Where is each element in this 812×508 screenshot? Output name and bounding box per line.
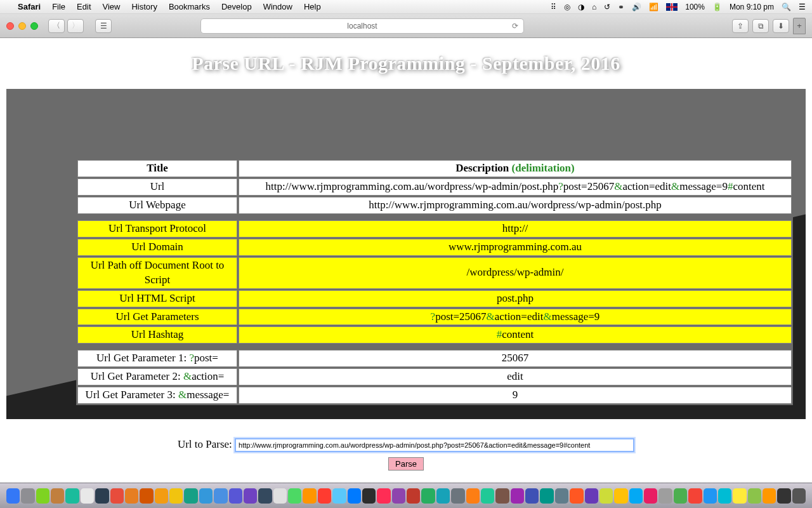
dock-app-icon[interactable] bbox=[674, 488, 687, 504]
dock-app-icon[interactable] bbox=[65, 488, 79, 504]
bluetooth-icon[interactable]: ⚭ bbox=[618, 3, 624, 11]
dock-app-icon[interactable] bbox=[777, 488, 790, 504]
dock-app-icon[interactable] bbox=[51, 488, 64, 504]
window-minimize-button[interactable] bbox=[18, 22, 26, 30]
dock-app-icon[interactable] bbox=[718, 488, 731, 504]
dock-app-icon[interactable] bbox=[481, 488, 494, 504]
dock-app-icon[interactable] bbox=[303, 488, 316, 504]
dock-app-icon[interactable] bbox=[629, 488, 643, 504]
form-label: Url to Parse: bbox=[178, 438, 235, 450]
notification-icon[interactable]: ☰ bbox=[799, 3, 806, 11]
row-value: http://www.rjmprogramming.com.au/wordpre… bbox=[239, 178, 792, 196]
dock-app-icon[interactable] bbox=[6, 488, 20, 504]
dock-app-icon[interactable] bbox=[555, 488, 568, 504]
dock-app-icon[interactable] bbox=[495, 488, 509, 504]
parse-button[interactable] bbox=[388, 457, 424, 471]
dock-app-icon[interactable] bbox=[288, 488, 301, 504]
menu-edit[interactable]: Edit bbox=[77, 2, 91, 11]
dock-app-icon[interactable] bbox=[585, 488, 598, 504]
dock-app-icon[interactable] bbox=[407, 488, 420, 504]
timemachine-icon[interactable]: ↺ bbox=[604, 3, 610, 11]
menu-window[interactable]: Window bbox=[263, 2, 292, 11]
status-icon[interactable]: ◑ bbox=[578, 3, 584, 11]
dock-app-icon[interactable] bbox=[318, 488, 331, 504]
spotlight-icon[interactable]: 🔍 bbox=[782, 3, 791, 11]
dock-app-icon[interactable] bbox=[466, 488, 480, 504]
dock-app-icon[interactable] bbox=[792, 488, 806, 504]
window-zoom-button[interactable] bbox=[30, 22, 38, 30]
menu-bookmarks[interactable]: Bookmarks bbox=[169, 2, 210, 11]
downloads-button[interactable]: ⬇ bbox=[773, 19, 789, 33]
menu-help[interactable]: Help bbox=[304, 2, 321, 11]
dock-app-icon[interactable] bbox=[421, 488, 435, 504]
wifi-icon[interactable]: 📶 bbox=[649, 3, 658, 11]
dock-app-icon[interactable] bbox=[273, 488, 287, 504]
dock-app-icon[interactable] bbox=[95, 488, 108, 504]
dock-app-icon[interactable] bbox=[570, 488, 583, 504]
row-hashtag: Url Hashtag #content bbox=[77, 326, 792, 344]
parse-form: Url to Parse: bbox=[0, 438, 812, 471]
dock-app-icon[interactable] bbox=[184, 488, 197, 504]
clock[interactable]: Mon 9:10 pm bbox=[730, 3, 774, 11]
dock-app-icon[interactable] bbox=[451, 488, 464, 504]
row-label: Url bbox=[77, 178, 237, 196]
dock-app-icon[interactable] bbox=[392, 488, 405, 504]
volume-icon[interactable]: 🔊 bbox=[632, 3, 641, 11]
row-protocol: Url Transport Protocolhttp:// bbox=[77, 220, 792, 237]
dock-app-icon[interactable] bbox=[348, 488, 361, 504]
dock-app-icon[interactable] bbox=[155, 488, 168, 504]
dock-app-icon[interactable] bbox=[258, 488, 272, 504]
dock-app-icon[interactable] bbox=[511, 488, 524, 504]
status-icon[interactable]: ◎ bbox=[564, 3, 570, 11]
dock-app-icon[interactable] bbox=[748, 488, 761, 504]
dock-app-icon[interactable] bbox=[614, 488, 627, 504]
menu-history[interactable]: History bbox=[131, 2, 157, 11]
menu-file[interactable]: File bbox=[52, 2, 65, 11]
dock-app-icon[interactable] bbox=[362, 488, 376, 504]
share-button[interactable]: ⇪ bbox=[732, 19, 749, 33]
sidebar-button[interactable]: ☰ bbox=[95, 19, 112, 33]
status-icon[interactable]: ⠿ bbox=[551, 3, 556, 11]
dock-app-icon[interactable] bbox=[733, 488, 746, 504]
flag-icon[interactable] bbox=[666, 3, 678, 11]
row-param-1: Url Get Parameter 1: ?post= 25067 bbox=[77, 350, 792, 367]
dock-app-icon[interactable] bbox=[377, 488, 390, 504]
row-domain: Url Domainwww.rjmprogramming.com.au bbox=[77, 239, 792, 256]
dock-app-icon[interactable] bbox=[540, 488, 553, 504]
row-param-2: Url Get Parameter 2: &action= edit bbox=[77, 368, 792, 385]
dock-app-icon[interactable] bbox=[36, 488, 49, 504]
row-script: Url HTML Scriptpost.php bbox=[77, 290, 792, 307]
dock-app-icon[interactable] bbox=[658, 488, 672, 504]
forward-button[interactable]: 〉 bbox=[67, 19, 84, 33]
dock-app-icon[interactable] bbox=[525, 488, 539, 504]
reload-icon[interactable]: ⟳ bbox=[512, 22, 518, 30]
menu-view[interactable]: View bbox=[103, 2, 121, 11]
menu-develop[interactable]: Develop bbox=[221, 2, 252, 11]
dock-app-icon[interactable] bbox=[229, 488, 242, 504]
row-path: Url Path off Document Root to Script/wor… bbox=[77, 257, 792, 289]
dock-app-icon[interactable] bbox=[599, 488, 613, 504]
dock-app-icon[interactable] bbox=[199, 488, 213, 504]
dock-app-icon[interactable] bbox=[436, 488, 450, 504]
dock-app-icon[interactable] bbox=[644, 488, 657, 504]
dock-app-icon[interactable] bbox=[763, 488, 776, 504]
app-name[interactable]: Safari bbox=[18, 2, 41, 11]
airplay-icon[interactable]: ⌂ bbox=[592, 3, 596, 11]
dock-app-icon[interactable] bbox=[214, 488, 227, 504]
new-tab-button[interactable]: + bbox=[793, 18, 806, 34]
url-input[interactable] bbox=[235, 438, 634, 452]
dock-app-icon[interactable] bbox=[110, 488, 124, 504]
dock-app-icon[interactable] bbox=[125, 488, 138, 504]
dock-app-icon[interactable] bbox=[688, 488, 702, 504]
back-button[interactable]: 〈 bbox=[48, 19, 65, 33]
dock-app-icon[interactable] bbox=[21, 488, 34, 504]
dock-app-icon[interactable] bbox=[704, 488, 717, 504]
window-close-button[interactable] bbox=[6, 22, 14, 30]
dock-app-icon[interactable] bbox=[244, 488, 257, 504]
dock-app-icon[interactable] bbox=[140, 488, 153, 504]
address-bar[interactable]: localhost ⟳ bbox=[200, 18, 524, 34]
dock-app-icon[interactable] bbox=[169, 488, 183, 504]
tabs-button[interactable]: ⧉ bbox=[752, 19, 769, 33]
dock-app-icon[interactable] bbox=[332, 488, 346, 504]
dock-app-icon[interactable] bbox=[81, 488, 94, 504]
